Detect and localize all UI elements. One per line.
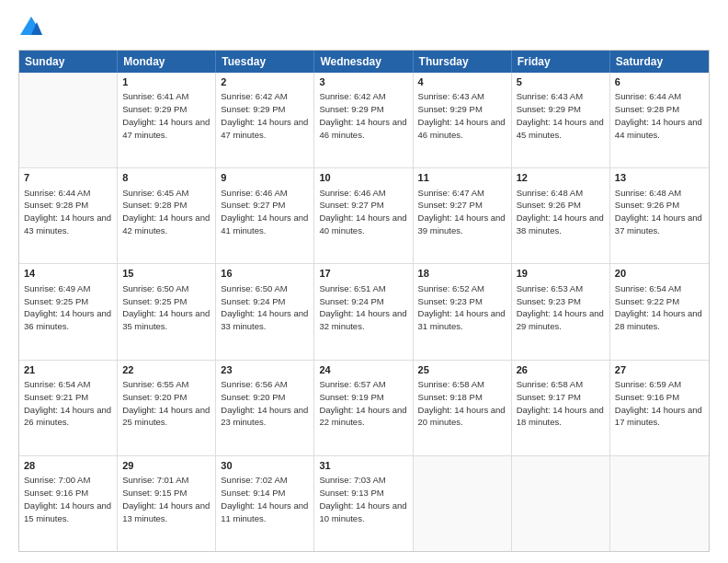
cell-sun-info: Sunrise: 6:57 AMSunset: 9:19 PMDaylight:… bbox=[319, 378, 407, 429]
day-number: 1 bbox=[122, 75, 210, 89]
cell-sun-info: Sunrise: 6:47 AMSunset: 9:27 PMDaylight:… bbox=[418, 187, 506, 237]
day-number: 14 bbox=[24, 267, 112, 281]
header-day-wednesday: Wednesday bbox=[314, 51, 413, 73]
calendar-cell: 18Sunrise: 6:52 AMSunset: 9:23 PMDayligh… bbox=[414, 264, 512, 359]
day-number: 18 bbox=[418, 267, 506, 281]
calendar-cell: 14Sunrise: 6:49 AMSunset: 9:25 PMDayligh… bbox=[19, 264, 118, 359]
day-number: 4 bbox=[418, 75, 506, 89]
cell-sun-info: Sunrise: 7:02 AMSunset: 9:14 PMDaylight:… bbox=[221, 474, 309, 524]
calendar-cell: 5Sunrise: 6:43 AMSunset: 9:29 PMDaylight… bbox=[512, 73, 610, 167]
day-number: 17 bbox=[319, 267, 407, 281]
header bbox=[18, 15, 710, 40]
header-day-monday: Monday bbox=[118, 51, 216, 73]
day-number: 20 bbox=[615, 267, 704, 281]
cell-sun-info: Sunrise: 6:52 AMSunset: 9:23 PMDaylight:… bbox=[418, 282, 506, 333]
cell-sun-info: Sunrise: 6:43 AMSunset: 9:29 PMDaylight:… bbox=[517, 90, 605, 141]
calendar-cell: 25Sunrise: 6:58 AMSunset: 9:18 PMDayligh… bbox=[414, 361, 512, 455]
cell-sun-info: Sunrise: 6:44 AMSunset: 9:28 PMDaylight:… bbox=[615, 90, 704, 141]
header-day-thursday: Thursday bbox=[414, 51, 512, 73]
calendar-cell: 19Sunrise: 6:53 AMSunset: 9:23 PMDayligh… bbox=[512, 264, 610, 359]
day-number: 8 bbox=[122, 171, 210, 185]
calendar-row-3: 21Sunrise: 6:54 AMSunset: 9:21 PMDayligh… bbox=[19, 361, 709, 456]
cell-sun-info: Sunrise: 6:59 AMSunset: 9:16 PMDaylight:… bbox=[615, 378, 704, 429]
cell-sun-info: Sunrise: 6:48 AMSunset: 9:26 PMDaylight:… bbox=[517, 187, 605, 237]
calendar-cell: 4Sunrise: 6:43 AMSunset: 9:29 PMDaylight… bbox=[414, 73, 512, 167]
calendar-cell: 6Sunrise: 6:44 AMSunset: 9:28 PMDaylight… bbox=[610, 73, 709, 167]
calendar-cell: 3Sunrise: 6:42 AMSunset: 9:29 PMDaylight… bbox=[314, 73, 413, 167]
calendar-cell: 31Sunrise: 7:03 AMSunset: 9:13 PMDayligh… bbox=[314, 456, 413, 551]
calendar-cell: 13Sunrise: 6:48 AMSunset: 9:26 PMDayligh… bbox=[610, 168, 709, 263]
cell-sun-info: Sunrise: 6:51 AMSunset: 9:24 PMDaylight:… bbox=[319, 282, 407, 333]
calendar-cell: 1Sunrise: 6:41 AMSunset: 9:29 PMDaylight… bbox=[118, 73, 216, 167]
logo-icon bbox=[18, 15, 44, 40]
cell-sun-info: Sunrise: 6:45 AMSunset: 9:28 PMDaylight:… bbox=[122, 187, 210, 237]
cell-sun-info: Sunrise: 6:48 AMSunset: 9:26 PMDaylight:… bbox=[615, 187, 704, 237]
page: SundayMondayTuesdayWednesdayThursdayFrid… bbox=[0, 0, 728, 563]
calendar-cell: 15Sunrise: 6:50 AMSunset: 9:25 PMDayligh… bbox=[118, 264, 216, 359]
calendar-cell: 2Sunrise: 6:42 AMSunset: 9:29 PMDaylight… bbox=[216, 73, 314, 167]
calendar-cell: 8Sunrise: 6:45 AMSunset: 9:28 PMDaylight… bbox=[118, 168, 216, 263]
cell-sun-info: Sunrise: 6:58 AMSunset: 9:17 PMDaylight:… bbox=[517, 378, 605, 429]
calendar-cell: 30Sunrise: 7:02 AMSunset: 9:14 PMDayligh… bbox=[216, 456, 314, 551]
cell-sun-info: Sunrise: 6:55 AMSunset: 9:20 PMDaylight:… bbox=[122, 378, 210, 429]
header-day-tuesday: Tuesday bbox=[216, 51, 314, 73]
calendar-cell: 28Sunrise: 7:00 AMSunset: 9:16 PMDayligh… bbox=[19, 456, 118, 551]
cell-sun-info: Sunrise: 6:46 AMSunset: 9:27 PMDaylight:… bbox=[319, 187, 407, 237]
day-number: 27 bbox=[615, 363, 704, 377]
cell-sun-info: Sunrise: 6:46 AMSunset: 9:27 PMDaylight:… bbox=[221, 187, 309, 237]
calendar-row-2: 14Sunrise: 6:49 AMSunset: 9:25 PMDayligh… bbox=[19, 264, 709, 360]
day-number: 5 bbox=[517, 75, 605, 89]
cell-sun-info: Sunrise: 6:54 AMSunset: 9:21 PMDaylight:… bbox=[24, 378, 112, 429]
calendar-cell bbox=[19, 73, 118, 167]
cell-sun-info: Sunrise: 6:50 AMSunset: 9:25 PMDaylight:… bbox=[122, 282, 210, 333]
calendar-header: SundayMondayTuesdayWednesdayThursdayFrid… bbox=[19, 51, 709, 73]
cell-sun-info: Sunrise: 6:42 AMSunset: 9:29 PMDaylight:… bbox=[319, 90, 407, 141]
calendar-cell: 22Sunrise: 6:55 AMSunset: 9:20 PMDayligh… bbox=[118, 361, 216, 455]
cell-sun-info: Sunrise: 7:00 AMSunset: 9:16 PMDaylight:… bbox=[24, 474, 112, 524]
calendar-cell: 10Sunrise: 6:46 AMSunset: 9:27 PMDayligh… bbox=[314, 168, 413, 263]
cell-sun-info: Sunrise: 6:49 AMSunset: 9:25 PMDaylight:… bbox=[24, 282, 112, 333]
cell-sun-info: Sunrise: 6:53 AMSunset: 9:23 PMDaylight:… bbox=[517, 282, 605, 333]
day-number: 30 bbox=[221, 459, 309, 473]
day-number: 23 bbox=[221, 363, 309, 377]
cell-sun-info: Sunrise: 6:42 AMSunset: 9:29 PMDaylight:… bbox=[221, 90, 309, 141]
calendar-cell: 7Sunrise: 6:44 AMSunset: 9:28 PMDaylight… bbox=[19, 168, 118, 263]
day-number: 12 bbox=[517, 171, 605, 185]
cell-sun-info: Sunrise: 6:44 AMSunset: 9:28 PMDaylight:… bbox=[24, 187, 112, 237]
day-number: 28 bbox=[24, 459, 112, 473]
calendar-row-0: 1Sunrise: 6:41 AMSunset: 9:29 PMDaylight… bbox=[19, 73, 709, 168]
day-number: 22 bbox=[122, 363, 210, 377]
calendar-cell: 11Sunrise: 6:47 AMSunset: 9:27 PMDayligh… bbox=[414, 168, 512, 263]
day-number: 3 bbox=[319, 75, 407, 89]
calendar-row-4: 28Sunrise: 7:00 AMSunset: 9:16 PMDayligh… bbox=[19, 456, 709, 551]
calendar-cell: 9Sunrise: 6:46 AMSunset: 9:27 PMDaylight… bbox=[216, 168, 314, 263]
day-number: 21 bbox=[24, 363, 112, 377]
cell-sun-info: Sunrise: 6:58 AMSunset: 9:18 PMDaylight:… bbox=[418, 378, 506, 429]
day-number: 6 bbox=[615, 75, 704, 89]
calendar-cell bbox=[610, 456, 709, 551]
cell-sun-info: Sunrise: 6:43 AMSunset: 9:29 PMDaylight:… bbox=[418, 90, 506, 141]
calendar-cell bbox=[512, 456, 610, 551]
calendar-cell: 16Sunrise: 6:50 AMSunset: 9:24 PMDayligh… bbox=[216, 264, 314, 359]
calendar-cell: 12Sunrise: 6:48 AMSunset: 9:26 PMDayligh… bbox=[512, 168, 610, 263]
day-number: 25 bbox=[418, 363, 506, 377]
cell-sun-info: Sunrise: 6:50 AMSunset: 9:24 PMDaylight:… bbox=[221, 282, 309, 333]
cell-sun-info: Sunrise: 6:56 AMSunset: 9:20 PMDaylight:… bbox=[221, 378, 309, 429]
day-number: 2 bbox=[221, 75, 309, 89]
cell-sun-info: Sunrise: 7:03 AMSunset: 9:13 PMDaylight:… bbox=[319, 474, 407, 524]
day-number: 13 bbox=[615, 171, 704, 185]
day-number: 26 bbox=[517, 363, 605, 377]
calendar-cell: 29Sunrise: 7:01 AMSunset: 9:15 PMDayligh… bbox=[118, 456, 216, 551]
calendar-cell: 23Sunrise: 6:56 AMSunset: 9:20 PMDayligh… bbox=[216, 361, 314, 455]
day-number: 16 bbox=[221, 267, 309, 281]
header-day-saturday: Saturday bbox=[610, 51, 709, 73]
calendar-cell: 17Sunrise: 6:51 AMSunset: 9:24 PMDayligh… bbox=[314, 264, 413, 359]
logo bbox=[18, 15, 48, 40]
day-number: 11 bbox=[418, 171, 506, 185]
calendar-cell: 27Sunrise: 6:59 AMSunset: 9:16 PMDayligh… bbox=[610, 361, 709, 455]
calendar-cell: 20Sunrise: 6:54 AMSunset: 9:22 PMDayligh… bbox=[610, 264, 709, 359]
calendar-body: 1Sunrise: 6:41 AMSunset: 9:29 PMDaylight… bbox=[19, 73, 709, 551]
cell-sun-info: Sunrise: 6:54 AMSunset: 9:22 PMDaylight:… bbox=[615, 282, 704, 333]
cell-sun-info: Sunrise: 7:01 AMSunset: 9:15 PMDaylight:… bbox=[122, 474, 210, 524]
cell-sun-info: Sunrise: 6:41 AMSunset: 9:29 PMDaylight:… bbox=[122, 90, 210, 141]
